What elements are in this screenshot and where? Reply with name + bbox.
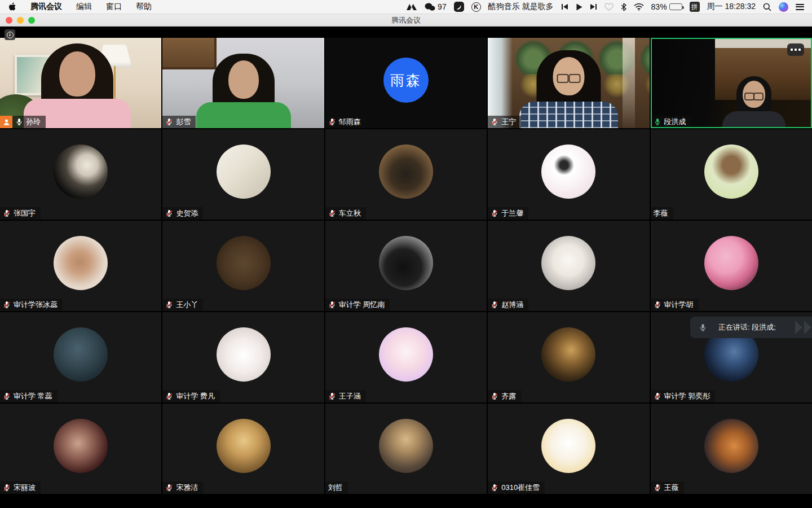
participant-name: 段洪成 [664,117,686,127]
name-label: 审计学 周忆南 [325,299,390,311]
battery-percentage: 83% [651,2,667,11]
person-face [743,81,765,108]
menu-help[interactable]: 帮助 [136,2,152,12]
menu-window[interactable]: 窗口 [106,2,122,12]
participant-name: 宋丽波 [14,483,36,493]
participant-tile[interactable]: 宋雅洁 [162,404,324,494]
participant-name: 王薇 [664,483,679,493]
participant-tile[interactable]: 齐露 [488,312,649,402]
name-label: 审计学 常蕊 [0,390,58,402]
siri-icon[interactable] [779,2,788,12]
participant-tile[interactable]: 段洪成 [651,38,812,128]
video-area [0,404,161,494]
mic-icon [3,301,11,309]
name-label: 王薇 [651,481,684,494]
like-heart-icon[interactable] [604,3,614,11]
person-shirt [196,102,291,128]
participant-tile[interactable]: 彭雪 [162,38,324,128]
participant-tile[interactable]: 于兰馨 [488,129,649,220]
name-label: 王子涵 [325,390,366,402]
spotlight-search-icon[interactable] [763,3,771,11]
menu-app-name[interactable]: 腾讯会议 [30,2,62,12]
avatar [704,144,758,199]
participant-tile[interactable]: 0310崔佳雪 [488,404,649,494]
input-method-badge[interactable]: 拼 [690,2,700,12]
meeting-info-button[interactable]: i [5,29,15,40]
more-options-button[interactable] [787,43,804,56]
video-area [162,221,324,311]
avatar [541,419,595,473]
wechat-status[interactable]: 97 [425,2,447,11]
participant-tile[interactable]: 王子涵 [325,312,487,402]
battery-status[interactable]: 83% [651,2,682,11]
name-label: 孙玲 [12,116,46,128]
mic-icon [165,209,173,217]
participant-name: 王小丫 [176,300,198,310]
avatar [379,236,433,290]
bluetooth-icon[interactable] [621,3,626,11]
wifi-icon[interactable] [634,3,644,11]
participant-tile[interactable]: 李薇 [651,129,812,220]
menu-edit[interactable]: 编辑 [76,2,92,12]
participant-name: 彭雪 [176,117,191,127]
participant-tile[interactable]: 审计学 常蕊 [0,312,161,402]
mic-icon [15,118,23,126]
participant-tile[interactable]: 王小丫 [162,221,324,311]
media-previous-button[interactable] [561,3,568,10]
participant-tile[interactable]: 车立秋 [325,129,487,220]
participant-tile[interactable]: 审计学张冰蕊 [0,221,161,311]
person-figure [196,54,291,128]
mic-icon [654,301,661,309]
mic-icon [3,392,11,400]
video-area [651,404,812,494]
avatar [54,419,108,473]
mic-icon [165,301,173,309]
mic-icon [491,118,498,126]
video-area [651,221,812,311]
participant-tile[interactable]: 刘哲 [325,404,487,494]
mic-icon [654,118,661,126]
video-area [488,221,649,311]
video-area [0,129,161,220]
scene-prop [488,38,513,128]
participant-tile[interactable]: 王宁 [488,38,649,128]
participant-grid: 孙玲 [0,38,812,494]
close-window-button[interactable] [6,17,12,24]
person-face [59,51,95,97]
menu-clock[interactable]: 周一 18:28:32 [707,2,756,12]
media-next-button[interactable] [590,3,597,10]
media-play-button[interactable] [576,3,582,11]
participant-name: 孙玲 [26,117,41,127]
name-label: 审计学张冰蕊 [0,299,63,311]
participant-tile[interactable]: 王薇 [651,404,812,494]
notification-center-icon[interactable] [796,2,804,11]
video-area [325,129,487,220]
video-area [488,129,649,220]
participant-tile[interactable]: 审计学 周忆南 [325,221,487,311]
kugou-icon[interactable]: K [471,2,481,12]
name-label: 宋丽波 [0,481,41,494]
participant-tile[interactable]: 审计学 费凡 [162,312,324,402]
name-label: 审计学 费凡 [162,390,220,402]
peaks-app-icon[interactable] [406,3,417,11]
mic-icon [3,484,11,492]
participant-tile[interactable]: 审计学胡 [651,221,812,311]
person-face [228,60,259,99]
kugou-now-playing: 酷狗音乐 就是歌多 [488,2,554,12]
person-figure [519,50,618,128]
participant-tile[interactable]: 赵博涵 [488,221,649,311]
name-label: 赵博涵 [488,299,528,311]
participant-tile[interactable]: 宋丽波 [0,404,161,494]
minimize-window-button[interactable] [17,17,24,24]
participant-tile[interactable]: 孙玲 [0,38,161,128]
person-figure [722,76,785,128]
participant-tile[interactable]: 雨森 邹雨森 [325,38,487,128]
zoom-window-button[interactable] [28,17,35,24]
apple-menu-icon[interactable] [8,2,16,12]
participant-tile[interactable]: 史贺添 [162,129,324,220]
avatar [54,236,108,290]
dark-app-icon[interactable] [454,2,464,12]
participant-tile[interactable]: 张国宇 [0,129,161,220]
speaking-toast-text: 正在讲话: 段洪成; [718,322,776,332]
name-label: 审计学胡 [651,299,699,311]
